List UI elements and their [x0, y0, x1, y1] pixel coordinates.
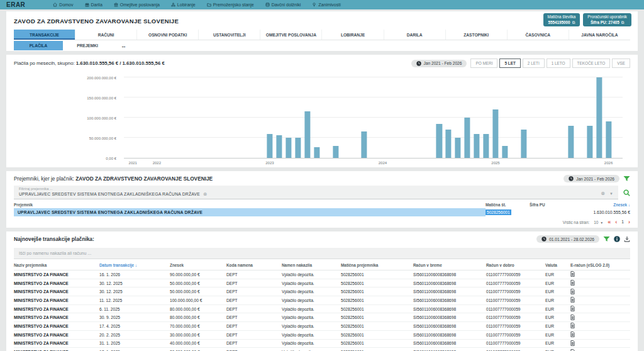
- chart-bar-2023-04[interactable]: [295, 138, 301, 158]
- rows-per-page-select[interactable]: 10 ▼: [594, 220, 603, 225]
- chart-bar-2026-01[interactable]: [606, 121, 611, 158]
- transaction-row[interactable]: MINISTRSTVO ZA FINANCE30. 12. 202550.000…: [14, 279, 630, 288]
- chart-bar-2024-10[interactable]: [464, 118, 470, 158]
- range-button-po-meri[interactable]: PO MERI: [470, 58, 497, 68]
- invoice-doc-icon[interactable]: [570, 315, 630, 321]
- subtab-plačila[interactable]: PLAČILA: [14, 41, 63, 50]
- tab-zastopniki[interactable]: ZASTOPNIKI: [445, 30, 507, 40]
- chart-bar-2025-09[interactable]: [568, 126, 574, 158]
- chart-bar-2023-02[interactable]: [276, 135, 282, 158]
- tab-osnovni-podatki[interactable]: OSNOVNI PODATKI: [136, 30, 198, 40]
- transaction-row[interactable]: MINISTRSTVO ZA FINANCE30. 12. 202550.000…: [14, 287, 630, 296]
- chart-bar-2023-01[interactable]: [267, 134, 272, 158]
- tx-col-ra-un-v-breme[interactable]: Račun v breme: [413, 263, 486, 267]
- search-icon[interactable]: [623, 189, 630, 196]
- nav-item-omejitve-poslovanja[interactable]: Omejitve poslovanja: [114, 3, 160, 7]
- tab-časovnica[interactable]: ČASOVNICA: [507, 30, 569, 40]
- recipient-maticna[interactable]: 5028256001: [486, 209, 511, 215]
- chart-bar-2025-11[interactable]: [587, 126, 592, 158]
- col-znesek-sorted[interactable]: Znesek ↓: [560, 203, 630, 207]
- transaction-row[interactable]: MINISTRSTVO ZA FINANCE17. 1. 202580.000.…: [14, 348, 630, 351]
- chevron-down-icon[interactable]: ▼: [609, 192, 613, 196]
- tab-računi[interactable]: RAČUNI: [75, 30, 136, 40]
- recipient-filter-input[interactable]: Filtriraj prejemnika ... UPRAVLJAVEC SRE…: [14, 186, 618, 199]
- tx-col-znesek[interactable]: Znesek: [170, 263, 226, 267]
- tab-darila[interactable]: DARILA: [384, 30, 445, 40]
- chart-bar-2023-08[interactable]: [333, 146, 338, 158]
- copy-icon[interactable]: ⧉: [572, 20, 575, 26]
- range-button-vse[interactable]: VSE: [612, 58, 630, 68]
- invoice-doc-icon[interactable]: [570, 340, 630, 347]
- recipient-name[interactable]: UPRAVLJAVEC SREDSTEV SISTEMA ENOTNEGA ZA…: [14, 208, 486, 216]
- invoice-doc-icon[interactable]: [570, 332, 630, 338]
- chip-remove-icon[interactable]: ⊗: [203, 191, 207, 197]
- chart-bar-2024-09[interactable]: [455, 138, 461, 158]
- tx-col-e-ra-un-eslog-2-0-[interactable]: E-račun (eSLOG 2.0): [570, 263, 630, 267]
- tab-javna-naročila[interactable]: JAVNA NAROČILA: [569, 30, 630, 40]
- col-prejemnik[interactable]: Prejemnik: [14, 203, 486, 207]
- filter-funnel-icon[interactable]: [603, 236, 610, 242]
- transactions-search-input[interactable]: [14, 248, 630, 259]
- tab-transakcije[interactable]: TRANSAKCIJE: [14, 30, 75, 40]
- transaction-row[interactable]: MINISTRSTVO ZA FINANCE20. 2. 202530.000.…: [14, 331, 630, 340]
- nav-item-premozenjsko-stanje[interactable]: Premoženjsko stanje: [207, 3, 254, 7]
- range-button-tekoče-leto[interactable]: TEKOČE LETO: [572, 58, 611, 68]
- tab-lobiranje[interactable]: LOBIRANJE: [321, 30, 383, 40]
- chart-bar-2025-12[interactable]: [596, 77, 602, 158]
- transactions-range-pill[interactable]: 01.01.2021 - 28.02.2026: [536, 235, 599, 243]
- transaction-row[interactable]: MINISTRSTVO ZA FINANCE31. 1. 202540.000.…: [14, 340, 630, 348]
- invoice-doc-icon[interactable]: [570, 306, 630, 312]
- chart-bar-2024-11[interactable]: [474, 134, 479, 158]
- filter-funnel-icon[interactable]: [623, 176, 630, 182]
- badge-proracunski[interactable]: Proračunski uporabnik Šifra PU: 27405⧉: [583, 13, 631, 26]
- transaction-row[interactable]: MINISTRSTVO ZA FINANCE16. 1. 202690.000.…: [14, 270, 630, 279]
- invoice-doc-icon[interactable]: [570, 289, 630, 295]
- erar-logo[interactable]: ERAR: [6, 1, 25, 8]
- chart-bar-2024-07[interactable]: [436, 124, 442, 158]
- tx-col-ra-un-v-dobro[interactable]: Račun v dobro: [486, 263, 545, 267]
- chart-bar-2023-11[interactable]: [361, 131, 367, 158]
- chart-bar-2023-03[interactable]: [286, 138, 291, 158]
- next-page-button[interactable]: ›: [628, 220, 630, 225]
- chart-bar-2025-02[interactable]: [502, 146, 508, 158]
- invoice-doc-icon[interactable]: [570, 323, 630, 329]
- tx-col-valuta[interactable]: Valuta: [545, 263, 570, 267]
- invoice-doc-icon[interactable]: [570, 349, 630, 351]
- download-icon[interactable]: [624, 236, 630, 242]
- nav-item-domov[interactable]: Domov: [53, 3, 73, 7]
- nav-item-davcni-dolzniki[interactable]: Davčni dolžniki: [265, 3, 301, 7]
- tx-col-namen-nakazila[interactable]: Namen nakazila: [282, 263, 341, 267]
- badge-maticna[interactable]: Matična številka 5554195000⧉: [543, 13, 580, 26]
- tx-col-naziv-prejemnika[interactable]: Naziv prejemnika: [14, 263, 99, 267]
- nav-item-lobiranje[interactable]: Lobiranje: [171, 3, 196, 7]
- tab-omejitve-poslovanja[interactable]: OMEJITVE POSLOVANJA: [260, 30, 321, 40]
- subtab-prejemki[interactable]: PREJEMKI: [63, 41, 112, 50]
- clear-filter-icon[interactable]: ⊗: [601, 191, 605, 196]
- invoice-doc-icon[interactable]: [570, 280, 630, 286]
- invoice-doc-icon[interactable]: [570, 271, 630, 277]
- chart-bar-2023-06[interactable]: [314, 147, 319, 158]
- transaction-row[interactable]: MINISTRSTVO ZA FINANCE17. 4. 202570.000.…: [14, 322, 630, 331]
- transaction-row[interactable]: MINISTRSTVO ZA FINANCE30. 9. 202580.000.…: [14, 313, 630, 322]
- chart-bar-2024-08[interactable]: [446, 130, 452, 158]
- range-button-1-leto[interactable]: 1 LETO: [547, 58, 570, 68]
- col-maticna[interactable]: Matična št.: [486, 203, 530, 207]
- tab-ustanovitelji[interactable]: USTANOVITELJI: [198, 30, 260, 40]
- range-button-2-leti[interactable]: 2 LETI: [523, 58, 545, 68]
- info-icon[interactable]: [614, 236, 620, 242]
- tx-col-datum-transakcije[interactable]: Datum transakcije ↓: [99, 263, 170, 267]
- col-sifra-pu[interactable]: Šifra PU: [530, 203, 560, 207]
- swap-arrows-icon[interactable]: ↔: [121, 43, 126, 49]
- prev-page-button[interactable]: ‹: [615, 220, 617, 225]
- nav-item-darila[interactable]: Darila: [85, 3, 103, 7]
- chart-range-pill[interactable]: Jan 2021 - Feb 2026: [411, 60, 467, 67]
- tx-col-koda-namena[interactable]: Koda namena: [226, 263, 282, 267]
- recipients-range-pill[interactable]: Jan 2021 - Feb 2026: [564, 175, 619, 182]
- recipient-row[interactable]: UPRAVLJAVEC SREDSTEV SISTEMA ENOTNEGA ZA…: [14, 208, 630, 216]
- invoice-doc-icon[interactable]: [570, 297, 630, 303]
- transaction-row[interactable]: MINISTRSTVO ZA FINANCE6. 11. 202580.000.…: [14, 305, 630, 314]
- transaction-row[interactable]: MINISTRSTVO ZA FINANCE11. 12. 2025100.00…: [14, 296, 630, 305]
- nav-item-zanimivosti[interactable]: Zanimivosti: [312, 3, 340, 7]
- chart-bar-2024-12[interactable]: [483, 134, 489, 158]
- first-page-button[interactable]: «: [608, 220, 611, 225]
